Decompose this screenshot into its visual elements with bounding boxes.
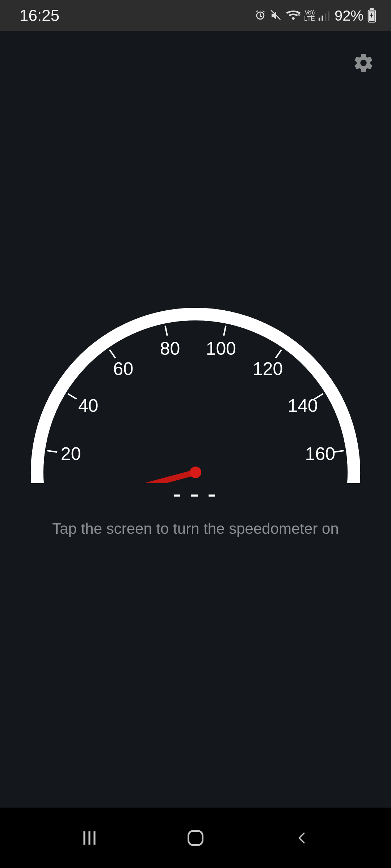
back-icon — [294, 828, 309, 848]
battery-charging-icon — [367, 8, 377, 23]
mute-icon — [270, 9, 282, 22]
svg-text:6: 6 — [298, 10, 300, 17]
svg-rect-2 — [321, 16, 323, 21]
speedometer-gauge: 020406080100120140160180 — [22, 252, 369, 483]
svg-rect-1 — [319, 18, 320, 21]
home-icon — [186, 829, 205, 847]
status-bar: 16:25 6 Vo))LTE 92% — [0, 0, 391, 31]
svg-rect-4 — [328, 12, 329, 21]
svg-rect-22 — [188, 831, 202, 845]
gauge-tick-label: 40 — [78, 396, 98, 416]
gauge-tick-label: 140 — [287, 396, 318, 416]
svg-line-16 — [334, 451, 344, 452]
wifi-icon: 6 — [286, 9, 300, 22]
gauge-tick-label: 20 — [61, 444, 81, 464]
volte-icon: Vo))LTE — [304, 9, 315, 22]
back-button[interactable] — [287, 827, 316, 849]
alarm-icon — [254, 9, 266, 22]
gear-icon — [353, 52, 374, 74]
svg-rect-6 — [370, 8, 374, 10]
svg-line-10 — [68, 394, 77, 399]
status-time: 16:25 — [20, 7, 59, 25]
svg-point-18 — [190, 467, 201, 478]
svg-line-12 — [165, 326, 167, 336]
main-content[interactable]: 020406080100120140160180 --- Tap the scr… — [0, 31, 391, 808]
svg-rect-3 — [325, 13, 326, 21]
recent-apps-icon — [79, 828, 100, 848]
recent-apps-button[interactable] — [75, 827, 104, 849]
navigation-bar — [0, 808, 391, 868]
signal-icon — [319, 10, 331, 21]
gauge-tick-label: 120 — [253, 359, 283, 379]
gauge-tick-label: 60 — [113, 359, 134, 379]
svg-line-9 — [47, 451, 57, 452]
svg-line-13 — [224, 326, 226, 336]
home-button[interactable] — [181, 827, 210, 849]
status-right: 6 Vo))LTE 92% — [254, 8, 377, 24]
gauge-tick-label: 80 — [160, 339, 180, 359]
svg-line-11 — [110, 350, 115, 358]
speed-readout: --- — [0, 479, 391, 509]
gauge-tick-label: 100 — [206, 339, 236, 359]
settings-button[interactable] — [350, 50, 377, 76]
battery-percentage: 92% — [335, 8, 363, 24]
svg-line-14 — [276, 350, 281, 358]
hint-text: Tap the screen to turn the speedometer o… — [0, 520, 391, 537]
gauge-tick-label: 160 — [305, 444, 335, 464]
